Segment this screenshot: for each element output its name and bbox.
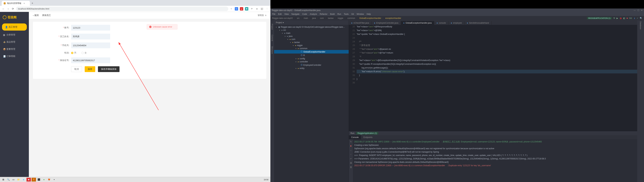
project-tree[interactable]: ▾▣ Reggie-take-out-day02 D:\Study\GitCod… (274, 25, 349, 182)
sex-male-radio[interactable]: 男 (71, 51, 76, 54)
back-icon[interactable]: ← (2, 7, 5, 11)
run-app-chip[interactable]: ReggieApplication (1) (356, 132, 378, 135)
tree-item[interactable]: Ⓒ EmployeeController (274, 63, 349, 67)
crumb[interactable]: Reggie-take-out-day02 (272, 17, 293, 19)
app-icon[interactable]: T (32, 178, 36, 181)
editor-tab[interactable]: ●console (434, 21, 448, 25)
up-icon[interactable]: ↑ (350, 153, 352, 156)
console-output[interactable]: 2022-05-27 18:58:35.784 INFO 22600 --- [… (353, 139, 637, 182)
start-icon[interactable]: ⊞ (1, 178, 6, 181)
app-icon[interactable]: ● (42, 178, 46, 181)
sidebar-item-setmeal[interactable]: 📦 套餐管理 (0, 46, 29, 53)
tree-item[interactable]: Ⓒ R (274, 54, 349, 57)
crumb[interactable]: src (297, 17, 300, 19)
stop-icon[interactable]: ■ (626, 17, 628, 19)
crumb[interactable]: exceptionHandler (385, 17, 401, 19)
forward-icon[interactable]: → (6, 7, 10, 11)
commit-tool-button[interactable]: Commit (271, 35, 273, 41)
phone-input[interactable] (71, 43, 110, 48)
project-header[interactable]: Project ▾ (274, 20, 349, 25)
menu-navigate[interactable]: Navigate (292, 13, 300, 15)
git-commit-icon[interactable]: ✓ (637, 17, 638, 19)
close-tab-icon[interactable]: × (24, 2, 25, 5)
run-tab[interactable]: Endpoints (361, 135, 375, 139)
url-input[interactable] (16, 7, 228, 11)
coverage-icon[interactable]: ◧ (623, 17, 625, 19)
sidebar-item-dish[interactable]: 🍲 菜品管理 (0, 38, 29, 46)
new-tab-button[interactable]: + (30, 1, 35, 6)
menu-view[interactable]: View (284, 13, 289, 15)
minimize-icon[interactable]: — (634, 9, 636, 12)
down-icon[interactable]: ↓ (350, 149, 352, 151)
menu-tools[interactable]: Tools (344, 13, 349, 15)
database-tool-button[interactable]: Database (640, 22, 642, 29)
crumb[interactable]: taotao (328, 17, 334, 19)
crumb[interactable]: main (304, 17, 308, 19)
app-icon[interactable]: 🦊 (47, 178, 51, 181)
save-continue-button[interactable]: 保存并继续添加 (98, 66, 120, 72)
refresh-icon[interactable]: ⟳ (250, 7, 254, 11)
menu-icon[interactable]: ⋮ (265, 7, 269, 11)
back-link[interactable]: ‹ 返回 (33, 14, 39, 17)
menu-build[interactable]: Build (330, 13, 335, 15)
reload-icon[interactable]: ⟳ (11, 7, 14, 11)
name-input[interactable] (71, 34, 110, 39)
pause-icon[interactable]: ⏸ (255, 7, 258, 11)
run-tab[interactable]: Console (349, 135, 361, 139)
search-icon[interactable]: 🔍 (6, 178, 10, 181)
editor-tab[interactable]: ●employee (448, 21, 464, 25)
logout-icon[interactable]: ⎋ (265, 14, 266, 17)
crumb[interactable]: common (348, 17, 355, 19)
stop-icon[interactable]: ■ (350, 145, 352, 147)
tree-item[interactable]: ▾▸ java (274, 35, 349, 38)
sex-female-radio[interactable]: 女 (82, 51, 87, 54)
structure-tool-button[interactable]: Structure (271, 46, 273, 54)
tree-item[interactable]: ▾▸ entity (274, 67, 349, 70)
id-input[interactable] (71, 57, 110, 63)
project-tool-button[interactable]: Project (271, 24, 273, 30)
play-icon[interactable]: ▶ (616, 17, 618, 19)
search-icon[interactable]: 🔍 (640, 17, 642, 19)
crumb[interactable]: com (320, 17, 324, 19)
trash-icon[interactable]: 🗑 (350, 166, 352, 168)
profile-icon[interactable]: ● (260, 7, 264, 11)
editor-tab[interactable]: ●EmployeeController.java (372, 21, 401, 25)
adblock-icon[interactable]: μ (240, 7, 243, 11)
menu-git[interactable]: Git (351, 13, 354, 15)
tree-item[interactable]: ▾▸ taotao (274, 41, 349, 44)
edge-icon[interactable]: e (22, 178, 26, 181)
code[interactable]: "kw">class="ann">@ResponseBody"kw">class… (357, 25, 637, 131)
menu-window[interactable]: Window (357, 13, 364, 15)
code-editor[interactable]: 20212223242526272829303132333435 "kw">cl… (349, 25, 637, 131)
tree-item[interactable]: ▾▸ com (274, 38, 349, 41)
account-input[interactable] (71, 25, 110, 31)
tree-root[interactable]: ▾▣ Reggie-take-out-day02 D:\Study\GitCod… (274, 26, 349, 29)
tree-item[interactable]: ▾▸ common (274, 47, 349, 50)
menu-refactor[interactable]: Refactor (320, 13, 328, 15)
print-icon[interactable]: 🖶 (350, 162, 352, 164)
star-icon[interactable]: ☆ (230, 7, 233, 11)
menu-edit[interactable]: Edit (278, 13, 282, 15)
tree-item[interactable]: ▾▸ config (274, 57, 349, 60)
menu-help[interactable]: Help (367, 13, 371, 15)
rerun-icon[interactable]: ↻ (350, 140, 352, 143)
browser-tab[interactable]: 🍔 瑞吉外卖管理端 × (2, 1, 30, 6)
hammer-icon[interactable]: ⚒ (613, 17, 615, 19)
tree-item[interactable]: ▾▸ main (274, 32, 349, 35)
tree-item[interactable]: ▾▸ reggie (274, 44, 349, 47)
tree-item[interactable]: ▾▸ controller (274, 60, 349, 63)
sidebar-item-category[interactable]: ▦ 分类管理 (0, 31, 29, 38)
menu-file[interactable]: File (272, 13, 275, 15)
tree-item[interactable]: Ⓒ GlobalExceptionHandler (274, 50, 349, 54)
menu-run[interactable]: Run (338, 13, 341, 15)
crumb[interactable]: java (312, 17, 316, 19)
editor-tab[interactable]: ●GlobalExceptionHandler.java (401, 21, 434, 25)
task-view-icon[interactable]: ▭ (11, 178, 16, 181)
wrap-icon[interactable]: ↩ (350, 157, 352, 160)
explorer-icon[interactable]: 📁 (16, 178, 21, 181)
terminal-icon[interactable]: ▪ (52, 178, 56, 181)
run-config[interactable]: REGGIEAPPLICATION (1) (587, 17, 612, 19)
editor-tab[interactable]: ●ServletInvocableHand (464, 21, 492, 25)
maximize-icon[interactable]: ☐ (638, 9, 639, 12)
save-button[interactable]: 保存 (85, 66, 95, 72)
